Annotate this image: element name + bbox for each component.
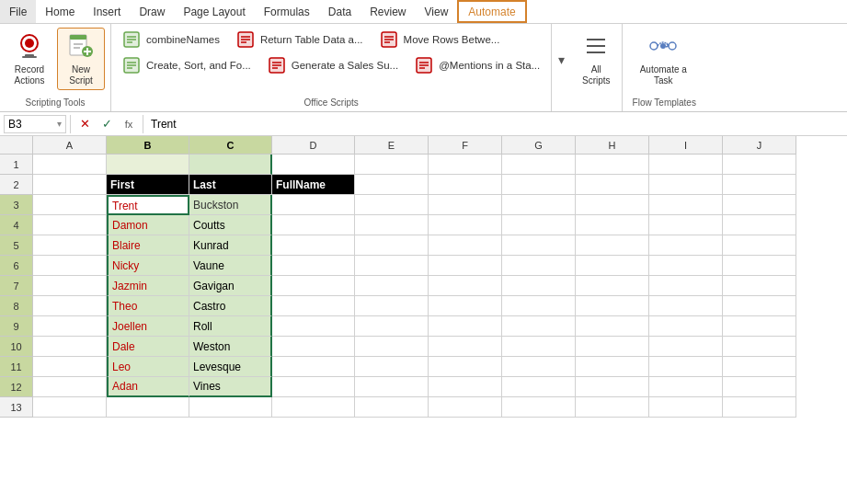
col-header-h[interactable]: H (576, 136, 649, 155)
cell-e2[interactable] (355, 175, 429, 195)
cell-h9[interactable] (576, 316, 649, 337)
cell-g8[interactable] (502, 296, 576, 316)
cell-e11[interactable] (355, 357, 429, 377)
cell-f5[interactable] (429, 235, 502, 256)
cell-g5[interactable] (502, 235, 576, 256)
cell-c8[interactable]: Castro (189, 296, 272, 316)
cell-d12[interactable] (272, 377, 355, 397)
cell-h12[interactable] (576, 377, 649, 397)
cell-i11[interactable] (649, 357, 723, 377)
cell-i10[interactable] (649, 337, 723, 357)
cell-h10[interactable] (576, 337, 649, 357)
cell-f13[interactable] (429, 397, 502, 418)
cell-i8[interactable] (649, 296, 723, 316)
cell-h2[interactable] (576, 175, 649, 195)
cell-a13[interactable] (33, 397, 107, 418)
row-header-9[interactable]: 9 (0, 316, 33, 337)
cell-d7[interactable] (272, 276, 355, 296)
cell-d5[interactable] (272, 235, 355, 256)
cell-f1[interactable] (429, 155, 502, 175)
cell-f3[interactable] (429, 195, 502, 215)
create-sort-button[interactable]: Create, Sort, and Fo... (117, 53, 257, 77)
cell-d13[interactable] (272, 397, 355, 418)
cell-h11[interactable] (576, 357, 649, 377)
row-header-5[interactable]: 5 (0, 235, 33, 256)
cell-i5[interactable] (649, 235, 723, 256)
cell-g9[interactable] (502, 316, 576, 337)
combine-names-button[interactable]: combineNames (117, 28, 225, 52)
cell-c10[interactable]: Weston (189, 337, 272, 357)
menu-insert[interactable]: Insert (84, 0, 130, 23)
cell-d9[interactable] (272, 316, 355, 337)
cell-f2[interactable] (429, 175, 502, 195)
cell-f10[interactable] (429, 337, 502, 357)
cell-i12[interactable] (649, 377, 723, 397)
cell-b4[interactable]: Damon (107, 215, 189, 235)
cell-j8[interactable] (723, 296, 796, 316)
col-header-i[interactable]: I (649, 136, 723, 155)
cell-g2[interactable] (502, 175, 576, 195)
cell-d8[interactable] (272, 296, 355, 316)
row-header-12[interactable]: 12 (0, 377, 33, 397)
cell-i4[interactable] (649, 215, 723, 235)
cell-j9[interactable] (723, 316, 796, 337)
col-header-a[interactable]: A (33, 136, 107, 155)
row-header-6[interactable]: 6 (0, 256, 33, 276)
cell-d6[interactable] (272, 256, 355, 276)
cell-a4[interactable] (33, 215, 107, 235)
menu-automate[interactable]: Automate (457, 0, 526, 23)
col-header-b[interactable]: B (107, 136, 189, 155)
cell-i7[interactable] (649, 276, 723, 296)
cell-c7[interactable]: Gavigan (189, 276, 272, 296)
cell-d3[interactable] (272, 195, 355, 215)
menu-data[interactable]: Data (319, 0, 361, 23)
cell-j7[interactable] (723, 276, 796, 296)
menu-home[interactable]: Home (36, 0, 84, 23)
cell-c5[interactable]: Kunrad (189, 235, 272, 256)
cell-i6[interactable] (649, 256, 723, 276)
cell-b1[interactable] (107, 155, 189, 175)
cell-h4[interactable] (576, 215, 649, 235)
move-rows-button[interactable]: Move Rows Betwe... (374, 28, 506, 52)
cell-g7[interactable] (502, 276, 576, 296)
cell-a10[interactable] (33, 337, 107, 357)
menu-draw[interactable]: Draw (130, 0, 174, 23)
all-scripts-button[interactable]: AllScripts (576, 28, 616, 90)
cell-i3[interactable] (649, 195, 723, 215)
row-header-8[interactable]: 8 (0, 296, 33, 316)
cell-f11[interactable] (429, 357, 502, 377)
col-header-j[interactable]: J (723, 136, 796, 155)
return-table-data-button[interactable]: Return Table Data a... (231, 28, 369, 52)
cell-a6[interactable] (33, 256, 107, 276)
cell-b6[interactable]: Nicky (107, 256, 189, 276)
row-header-3[interactable]: 3 (0, 195, 33, 215)
cell-c2[interactable]: Last (189, 175, 272, 195)
cell-j3[interactable] (723, 195, 796, 215)
col-header-e[interactable]: E (355, 136, 429, 155)
cell-h7[interactable] (576, 276, 649, 296)
cell-e13[interactable] (355, 397, 429, 418)
cell-g10[interactable] (502, 337, 576, 357)
cell-h5[interactable] (576, 235, 649, 256)
cell-c1[interactable] (189, 155, 272, 175)
cell-e1[interactable] (355, 155, 429, 175)
cell-j5[interactable] (723, 235, 796, 256)
cell-g4[interactable] (502, 215, 576, 235)
cell-f7[interactable] (429, 276, 502, 296)
cell-a2[interactable] (33, 175, 107, 195)
cell-b13[interactable] (107, 397, 189, 418)
formula-confirm-button[interactable]: ✓ (97, 114, 117, 134)
cell-b12[interactable]: Adan (107, 377, 189, 397)
cell-b3[interactable]: Trent (107, 195, 189, 215)
cell-f9[interactable] (429, 316, 502, 337)
cell-a9[interactable] (33, 316, 107, 337)
cell-j2[interactable] (723, 175, 796, 195)
cell-c9[interactable]: Roll (189, 316, 272, 337)
col-header-g[interactable]: G (502, 136, 576, 155)
col-header-c[interactable]: C (189, 136, 272, 155)
cell-e5[interactable] (355, 235, 429, 256)
menu-review[interactable]: Review (361, 0, 415, 23)
cell-i1[interactable] (649, 155, 723, 175)
menu-view[interactable]: View (416, 0, 458, 23)
row-header-7[interactable]: 7 (0, 276, 33, 296)
